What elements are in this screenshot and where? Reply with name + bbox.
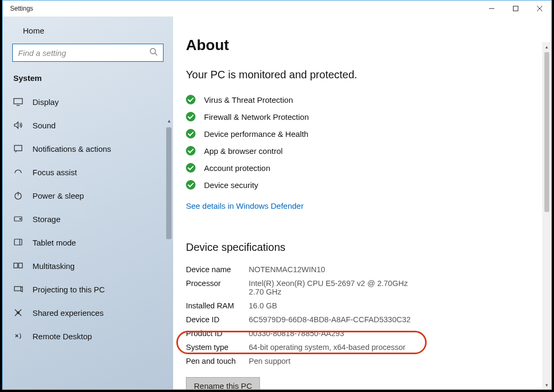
sidebar-nav-list: Display Sound Notifications & actions Fo… (3, 90, 173, 348)
svg-rect-16 (19, 263, 22, 268)
search-field[interactable] (18, 48, 149, 58)
svg-rect-15 (14, 263, 18, 268)
sidebar-item-focus-assist[interactable]: Focus assist (3, 160, 173, 184)
scroll-up-icon[interactable]: ▴ (168, 118, 170, 125)
status-label: Device security (204, 181, 258, 190)
scroll-up-icon[interactable]: ▴ (542, 42, 551, 51)
check-icon (186, 146, 195, 156)
svg-rect-1 (513, 6, 518, 11)
spec-row-system-type: System type64-bit operating system, x64-… (186, 343, 532, 352)
check-icon (186, 112, 195, 121)
scroll-track[interactable] (165, 125, 173, 387)
sound-icon (13, 120, 23, 130)
tablet-icon (13, 238, 23, 247)
sidebar-item-remote-desktop[interactable]: Remote Desktop (3, 324, 173, 348)
spec-value: Intel(R) Xeon(R) CPU E5-2697 v2 @ 2.70GH… (249, 279, 419, 296)
device-specs-list: Device nameNOTENMAC12WIN10 ProcessorInte… (186, 265, 532, 365)
notifications-icon (13, 144, 23, 153)
spec-label: System type (186, 343, 249, 352)
svg-rect-8 (14, 145, 22, 151)
sidebar-item-label: Tablet mode (32, 238, 76, 247)
spec-value: 16.0 GB (249, 301, 277, 310)
svg-line-5 (155, 53, 157, 55)
spec-label: Pen and touch (186, 357, 249, 365)
spec-row-pen-touch: Pen and touchPen support (186, 357, 532, 365)
device-specs-title: Device specifications (186, 241, 532, 254)
sidebar-item-projecting[interactable]: Projecting to this PC (3, 277, 173, 301)
scroll-thumb[interactable] (544, 52, 549, 212)
check-icon (186, 95, 195, 104)
spec-label: Device name (186, 265, 249, 274)
sidebar-item-storage[interactable]: Storage (3, 207, 173, 231)
spec-value: 00330-80818-78850-AA293 (249, 329, 344, 338)
status-label: App & browser control (204, 146, 283, 156)
spec-label: Product ID (186, 329, 249, 338)
scroll-thumb[interactable] (166, 127, 172, 239)
multitasking-icon (13, 261, 23, 271)
status-item: Account protection (186, 163, 532, 173)
sidebar-item-label: Focus assist (32, 168, 77, 177)
status-item: Device performance & Health (186, 129, 532, 138)
sidebar-item-display[interactable]: Display (3, 90, 173, 113)
sidebar-item-label: Sound (32, 121, 55, 130)
scroll-down-icon[interactable]: ▾ (542, 380, 551, 389)
sidebar-item-multitasking[interactable]: Multitasking (3, 254, 173, 277)
status-item: Virus & Threat Protection (186, 95, 532, 104)
sidebar-section-label: System (3, 70, 173, 90)
status-label: Firewall & Network Protection (204, 112, 309, 121)
protection-status-list: Virus & Threat Protection Firewall & Net… (186, 95, 532, 190)
status-item: Firewall & Network Protection (186, 112, 532, 121)
sidebar-item-label: Notifications & actions (32, 144, 111, 153)
scroll-down-icon[interactable]: ▾ (168, 387, 170, 389)
maximize-button[interactable] (503, 1, 527, 17)
sidebar: Home System Display Sound (3, 17, 173, 389)
home-label: Home (23, 26, 44, 35)
rename-pc-button[interactable]: Rename this PC (186, 377, 260, 389)
svg-point-4 (150, 48, 156, 54)
spec-label: Device ID (186, 315, 249, 324)
sidebar-item-power-sleep[interactable]: Power & sleep (3, 184, 173, 207)
sidebar-scrollbar[interactable]: ▴ ▾ (165, 118, 173, 389)
defender-link[interactable]: See details in Windows Defender (186, 201, 304, 210)
sidebar-item-tablet-mode[interactable]: Tablet mode (3, 231, 173, 254)
status-label: Virus & Threat Protection (204, 95, 293, 104)
home-nav[interactable]: Home (3, 20, 173, 42)
sidebar-item-label: Remote Desktop (32, 332, 92, 341)
display-icon (13, 97, 23, 107)
sidebar-item-notifications[interactable]: Notifications & actions (3, 137, 173, 160)
svg-point-12 (20, 218, 21, 219)
search-input[interactable] (12, 44, 164, 62)
spec-value: 6C5979D9-66D8-4BD8-A8AF-CCFAD5330C32 (249, 315, 411, 324)
sidebar-item-label: Shared experiences (32, 308, 103, 317)
close-button[interactable] (527, 1, 551, 17)
check-icon (186, 180, 195, 190)
svg-rect-13 (14, 239, 22, 245)
projecting-icon (13, 284, 23, 294)
sidebar-item-label: Power & sleep (32, 191, 84, 200)
spec-value: Pen support (249, 357, 290, 365)
search-icon (149, 47, 158, 58)
minimize-button[interactable] (479, 1, 503, 17)
status-item: Device security (186, 180, 532, 190)
spec-label: Installed RAM (186, 301, 249, 310)
sidebar-item-shared-experiences[interactable]: Shared experiences (3, 301, 173, 324)
content-scrollbar[interactable]: ▴ ▾ (542, 42, 551, 389)
status-item: App & browser control (186, 146, 532, 156)
window-title: Settings (3, 5, 479, 12)
search-wrap (3, 42, 173, 70)
status-label: Device performance & Health (204, 129, 308, 138)
svg-rect-17 (14, 287, 21, 291)
spec-row-device-id: Device ID6C5979D9-66D8-4BD8-A8AF-CCFAD53… (186, 315, 532, 324)
sidebar-item-sound[interactable]: Sound (3, 113, 173, 137)
page-title: About (186, 37, 532, 54)
check-icon (186, 129, 195, 138)
spec-value: 64-bit operating system, x64-based proce… (249, 343, 405, 352)
sidebar-item-label: Projecting to this PC (32, 285, 105, 294)
spec-row-device-name: Device nameNOTENMAC12WIN10 (186, 265, 532, 274)
window-body: Home System Display Sound (3, 17, 551, 389)
content-scroll: About Your PC is monitored and protected… (173, 17, 542, 389)
status-label: Account protection (204, 164, 270, 173)
sidebar-item-label: Multitasking (32, 262, 75, 271)
spec-row-processor: ProcessorIntel(R) Xeon(R) CPU E5-2697 v2… (186, 279, 532, 296)
protection-heading: Your PC is monitored and protected. (186, 69, 532, 81)
